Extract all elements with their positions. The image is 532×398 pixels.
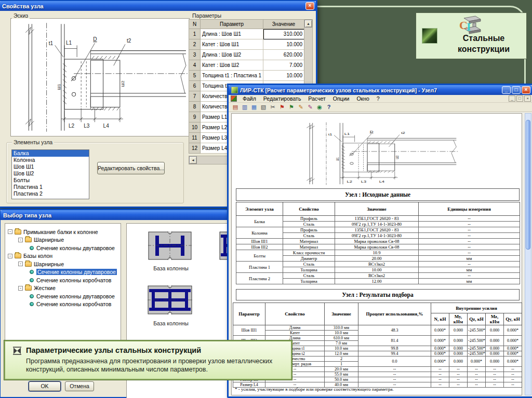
tree-item[interactable]: Сечение колонны двутавровое bbox=[5, 244, 121, 252]
node-type-icon bbox=[30, 246, 34, 250]
collapse-icon[interactable]: - bbox=[8, 254, 12, 258]
tree-item[interactable]: -Жесткие bbox=[5, 284, 121, 293]
collapse-icon[interactable]: - bbox=[18, 238, 23, 242]
elements-listbox: Балка Колонна Шов Ш1 Шов Ш2 Болты Пласти… bbox=[11, 149, 89, 199]
label-sh2: Ш2 bbox=[395, 155, 399, 159]
element-cell: Колонна bbox=[236, 227, 283, 239]
column-base-preview[interactable] bbox=[148, 231, 192, 260]
menu-edit[interactable]: Редактировать bbox=[260, 95, 305, 102]
folder-icon bbox=[25, 262, 32, 267]
restore-icon[interactable]: □ bbox=[512, 86, 521, 94]
cancel-button[interactable]: Отмена bbox=[65, 381, 94, 391]
list-item[interactable]: Шов Ш1 bbox=[12, 163, 89, 170]
node-type-icon bbox=[30, 302, 34, 306]
element-cell: Шов Ш2 bbox=[236, 244, 283, 250]
scroll-up-icon[interactable]: ▲ bbox=[304, 20, 312, 28]
folder-icon bbox=[15, 229, 21, 235]
label-L4: L4 bbox=[379, 180, 385, 183]
new-icon[interactable]: ▤ bbox=[231, 103, 240, 111]
list-item[interactable]: Колонна bbox=[12, 157, 89, 163]
node-type-icon bbox=[30, 294, 34, 298]
tree-item-selected[interactable]: Сечение колонны двутавровое bbox=[5, 268, 121, 277]
table-row: КолоннаПрофиль135Б1,ГОСТ 26020 - 83-- bbox=[236, 227, 520, 233]
logo-box: C I Стальные конструкции bbox=[416, 12, 527, 59]
menu-help[interactable]: ? bbox=[373, 95, 383, 102]
connection-sketch: t1 L1 D t2 Ш1 Ш2 L2 L3 L4 bbox=[11, 19, 189, 136]
info-title: Параметрические узлы стальных конструкци… bbox=[26, 346, 201, 354]
edit-properties-button[interactable]: Редактировать свойства... bbox=[97, 162, 165, 174]
report-vertical-scrollbar[interactable] bbox=[525, 113, 531, 395]
tree-item[interactable]: Сечение колонны двутавровое bbox=[5, 292, 121, 300]
report-window-titlebar[interactable]: ЛИР-СТК [Расчет параметрических узлов ст… bbox=[229, 85, 532, 95]
folder-icon bbox=[25, 285, 32, 291]
ok-button[interactable]: OK bbox=[29, 381, 61, 391]
toolbar: ▤ ▥ ▦ ▧ ✂ ⚑ ⚑ ✎ ✎ ◉ ? bbox=[229, 103, 532, 112]
collapse-icon[interactable]: - bbox=[18, 286, 23, 291]
mdi-minimize-icon[interactable]: _ bbox=[509, 95, 515, 102]
green-square-icon bbox=[422, 28, 437, 44]
tree-item[interactable]: Сечение колонны коробчатов bbox=[5, 276, 121, 284]
column-base-preview[interactable] bbox=[148, 285, 192, 314]
label-sh1: Ш1 bbox=[335, 157, 339, 161]
tree-item[interactable]: -Базы колон bbox=[5, 252, 121, 260]
collapse-icon[interactable]: - bbox=[18, 262, 23, 266]
dialog-title: Свойства узла bbox=[2, 3, 304, 9]
list-item[interactable]: Балка bbox=[12, 150, 89, 157]
search-icon[interactable]: ◉ bbox=[315, 103, 324, 111]
input-data-table: Элемент узлаСвойство ЗначениеЕдиницы изм… bbox=[236, 202, 520, 284]
label-L4: L4 bbox=[103, 122, 110, 128]
param-row: 2Катет : Шов Ш110.000 bbox=[189, 39, 304, 50]
list-item[interactable]: Шов Ш2 bbox=[12, 170, 89, 177]
scroll-left-icon[interactable]: ◄ bbox=[189, 156, 197, 164]
mdi-close-icon[interactable]: × bbox=[524, 95, 531, 102]
table-row: Шов Ш1МатериалМарка проволоки Св-08-- bbox=[236, 239, 520, 244]
properties-dialog-titlebar[interactable]: Свойства узла × bbox=[0, 1, 316, 11]
slide: C I Стальные конструкции Свойства узла ×… bbox=[0, 0, 532, 398]
help-icon[interactable]: ? bbox=[325, 103, 333, 111]
table-row: Шов Ш1Длина310.0 мм48.30.000*0.000-245.5… bbox=[233, 325, 522, 331]
label-L1: L1 bbox=[66, 40, 72, 46]
close-icon[interactable]: × bbox=[522, 86, 530, 94]
list-item[interactable]: Пластина 1 bbox=[12, 184, 89, 190]
label-t2: t2 bbox=[127, 38, 131, 44]
document-icon bbox=[231, 95, 237, 102]
check-flag-icon[interactable]: ⚑ bbox=[287, 103, 296, 111]
param-row: 5Толщина t1 : Пластина 110.000 bbox=[189, 71, 304, 81]
label-sh1: Ш1 bbox=[57, 84, 61, 90]
menu-options[interactable]: Опции bbox=[329, 95, 353, 102]
logo-title-line1: Стальные bbox=[442, 34, 525, 43]
calc-flag-icon[interactable]: ⚑ bbox=[278, 103, 286, 111]
mdi-restore-icon[interactable]: □ bbox=[516, 95, 523, 102]
element-cell: Болты bbox=[236, 250, 283, 262]
tree-item[interactable]: -Примыкание балки к колонне bbox=[5, 228, 121, 236]
tree-item[interactable]: -Шарнирные bbox=[5, 236, 121, 244]
table-row: Шов Ш2МатериалМарка проволоки Св-08-- bbox=[236, 244, 520, 250]
close-icon[interactable]: × bbox=[305, 2, 314, 10]
minimize-icon[interactable]: _ bbox=[502, 86, 511, 94]
tree-item[interactable]: Сечение колонны коробчатов bbox=[5, 300, 121, 309]
draw-pencil-icon[interactable]: ✎ bbox=[306, 103, 314, 111]
label-t2: t2 bbox=[401, 131, 405, 134]
copy-icon[interactable]: ▦ bbox=[250, 103, 258, 111]
label-L3: L3 bbox=[84, 122, 90, 128]
cut-icon[interactable]: ✂ bbox=[269, 103, 277, 111]
param-row: 3Длина : Шов Ш2620.000 bbox=[189, 50, 304, 60]
edit-pencil-icon[interactable]: ✎ bbox=[297, 103, 305, 111]
tree-item[interactable]: -Шарнирные bbox=[5, 260, 121, 268]
sketch-canvas: t1 L1 D t2 Ш1 Ш2 L2 L3 L4 bbox=[10, 18, 190, 136]
list-item[interactable]: Болты bbox=[12, 177, 89, 184]
label-L2: L2 bbox=[347, 180, 352, 183]
element-cell: Пластина 2 bbox=[236, 273, 283, 284]
menu-bar: Файл Редактировать Расчет Опции Окно ? _… bbox=[229, 95, 532, 103]
menu-window[interactable]: Окно bbox=[353, 95, 373, 102]
menu-calc[interactable]: Расчет bbox=[304, 95, 329, 102]
open-icon[interactable]: ▥ bbox=[241, 103, 249, 111]
print-icon[interactable]: ▧ bbox=[259, 103, 268, 111]
scrollbar-thumb[interactable] bbox=[526, 120, 530, 250]
results-title: Узел : Результаты подбора bbox=[236, 289, 520, 300]
list-item[interactable]: Пластина 2 bbox=[12, 190, 89, 197]
collapse-icon[interactable]: - bbox=[8, 229, 12, 234]
menu-file[interactable]: Файл bbox=[239, 95, 260, 102]
connection-sketch: t1 L1 D t2 Ш1 Ш2 L2 L3 L4 bbox=[293, 120, 459, 187]
label-D: D bbox=[93, 36, 97, 42]
